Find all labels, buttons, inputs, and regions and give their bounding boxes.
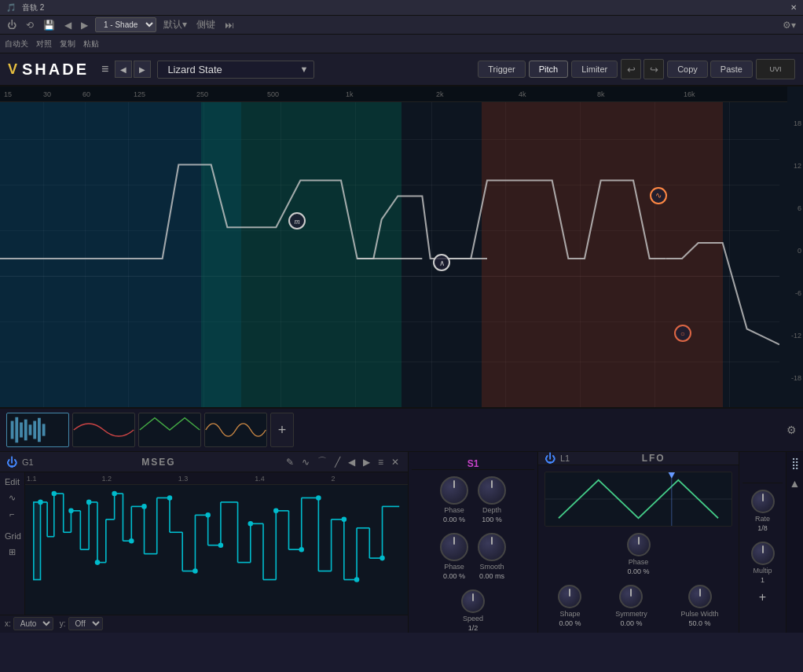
copy-btn[interactable]: 复制 [60, 39, 75, 50]
paste-btn[interactable]: 粘贴 [83, 39, 99, 50]
copy-btn[interactable]: Copy [667, 61, 708, 78]
ruler-1-4: 1.4 [255, 475, 265, 483]
mseg-tool-linear[interactable]: ╱ [332, 455, 343, 469]
tb2-icon1[interactable]: 默认▾ [161, 18, 189, 31]
lfo-add-btn[interactable]: + [756, 587, 769, 608]
power-icon[interactable]: ⏻ [5, 20, 19, 31]
eq-node-2[interactable]: ∧ [433, 254, 450, 271]
freq-250: 250 [196, 90, 208, 98]
eq-node-4[interactable]: ○ [674, 325, 691, 342]
compare-btn[interactable]: 对照 [36, 39, 52, 50]
s1-speed-knob[interactable] [478, 533, 506, 561]
plugin-header: V SHADE ≡ ◀ ▶ Lizard State ▼ Trigger Pit… [0, 53, 803, 86]
lfo-multip-knob[interactable] [751, 542, 775, 565]
mseg-tool-list[interactable]: ≡ [376, 455, 386, 469]
side-key-label: 侧键 [194, 18, 218, 31]
pitch-tab-btn[interactable]: Pitch [529, 61, 568, 78]
settings-icon[interactable]: ⚙▾ [780, 20, 798, 31]
svg-rect-0 [11, 421, 14, 439]
lfo-symmetry-label: Symmetry [615, 610, 647, 618]
lfo-shape-label: Shape [559, 610, 580, 618]
y-select[interactable]: Off [68, 617, 103, 630]
mseg-tool-rewind[interactable]: ◀ [346, 455, 358, 469]
lfo-shape-knob[interactable] [558, 585, 581, 608]
ruler-1-2: 1.2 [101, 475, 112, 483]
lfo-rate-knob[interactable] [751, 490, 775, 513]
trigger-tab-btn[interactable]: Trigger [478, 61, 525, 78]
undo-btn[interactable]: ↩ [621, 59, 641, 79]
s1-extra-label: Speed [463, 615, 483, 622]
eq-node-3[interactable]: ∿ [650, 187, 667, 204]
s1-phase-top-knob[interactable] [440, 476, 468, 505]
mseg-grid-icon[interactable]: ⊞ [3, 545, 21, 559]
lfo-symmetry-knob[interactable] [619, 585, 643, 608]
preset-next-btn[interactable]: ▶ [134, 61, 151, 78]
db-0: 0 [781, 247, 801, 255]
lfo-symmetry-group: Symmetry 0.00 % [615, 585, 647, 627]
mseg-tool-curve[interactable]: ⌒ [315, 454, 329, 470]
freq-500: 500 [267, 90, 279, 98]
x-select[interactable]: Auto [13, 617, 53, 630]
mseg-step-tool[interactable]: ⌐ [3, 508, 21, 520]
eq-node-1[interactable]: m [288, 212, 306, 230]
y-control: y: Off [60, 617, 103, 630]
copy-paste-group: Copy Paste [667, 61, 753, 78]
mseg-canvas[interactable]: 1.1 1.2 1.3 1.4 2 [25, 472, 408, 614]
thumb-item-3[interactable] [138, 413, 201, 447]
svg-point-86 [316, 496, 321, 501]
ruler-1-3: 1.3 [178, 475, 189, 483]
lfo-power-btn[interactable]: ⏻ [544, 452, 556, 465]
lfo-pulsewidth-knob[interactable] [688, 585, 712, 608]
mseg-bottom-tools: x: Auto y: Off [0, 615, 408, 633]
lfo-shape-group: Shape 0.00 % [558, 585, 581, 627]
s1-label: S1 [468, 458, 479, 469]
plugin-header-right: Trigger Pitch Limiter ↩ ↪ Copy Paste UVI [478, 59, 795, 79]
sidebar-bars-btn[interactable]: ⣿ [790, 455, 801, 471]
s1-extra-group: Speed 1/2 [461, 589, 485, 632]
menu-icon[interactable]: ≡ [101, 62, 108, 76]
thumb-add-btn[interactable]: + [270, 413, 294, 447]
eq-display[interactable]: 15 30 60 125 250 500 1k 2k 4k 8k 16k 18 … [0, 86, 803, 409]
lfo-wave-display[interactable] [544, 472, 732, 527]
sidebar-up-btn[interactable]: ▲ [788, 476, 802, 491]
next-icon[interactable]: ▶ [79, 20, 90, 31]
mseg-tool-play[interactable]: ▶ [361, 455, 372, 469]
thumb-item-4[interactable] [204, 413, 267, 447]
mseg-wave-tool[interactable]: ∿ [3, 491, 21, 505]
preset-select[interactable]: Lizard State [157, 61, 314, 79]
s1-depth-label: Depth [482, 506, 501, 514]
freq-15: 15 [4, 90, 12, 98]
s1-depth-knob[interactable] [478, 476, 506, 505]
svg-point-71 [38, 500, 42, 505]
prev-icon[interactable]: ◀ [62, 20, 74, 31]
redo-btn[interactable]: ↪ [644, 59, 664, 79]
floppy-icon[interactable]: 💾 [41, 20, 57, 31]
track-select[interactable]: 1 - Shade [95, 17, 156, 32]
svg-rect-3 [24, 420, 28, 441]
thumb-gear-icon[interactable]: ⚙ [786, 424, 797, 436]
mseg-power-btn[interactable]: ⏻ [6, 456, 17, 468]
svg-marker-92 [669, 472, 675, 479]
auto-off-btn[interactable]: 自动关 [5, 39, 28, 50]
bottom-panel: ⏻ G1 MSEG ✎ ∿ ⌒ ╱ ◀ ▶ ≡ ✕ Edit ∿ ⌐ Grid [0, 452, 803, 633]
thumb-item-1[interactable] [6, 413, 69, 447]
s1-extra-knob[interactable] [461, 589, 485, 613]
mseg-tool-wave[interactable]: ∿ [299, 455, 312, 469]
lfo-phase-knob[interactable] [627, 533, 651, 556]
mseg-tool-pencil[interactable]: ✎ [284, 455, 296, 469]
preset-prev-btn[interactable]: ◀ [115, 61, 132, 78]
skip-icon[interactable]: ⏭ [222, 20, 236, 31]
paste-btn[interactable]: Paste [710, 61, 753, 78]
rewind-icon[interactable]: ⟲ [24, 20, 36, 31]
mseg-tool-close[interactable]: ✕ [389, 455, 402, 469]
daw-close-btn[interactable]: ✕ [790, 3, 797, 12]
svg-rect-4 [29, 424, 32, 435]
mseg-tools: ✎ ∿ ⌒ ╱ ◀ ▶ ≡ ✕ [284, 454, 402, 470]
thumb-item-2[interactable] [72, 413, 135, 447]
svg-point-81 [205, 513, 210, 519]
s1-speed-label: Smooth [479, 563, 504, 571]
limiter-tab-btn[interactable]: Limiter [571, 61, 618, 78]
lfo-pulsewidth-label: Pulse Width [681, 610, 719, 618]
mseg-svg [25, 485, 408, 614]
s1-smooth-knob[interactable] [440, 533, 468, 561]
